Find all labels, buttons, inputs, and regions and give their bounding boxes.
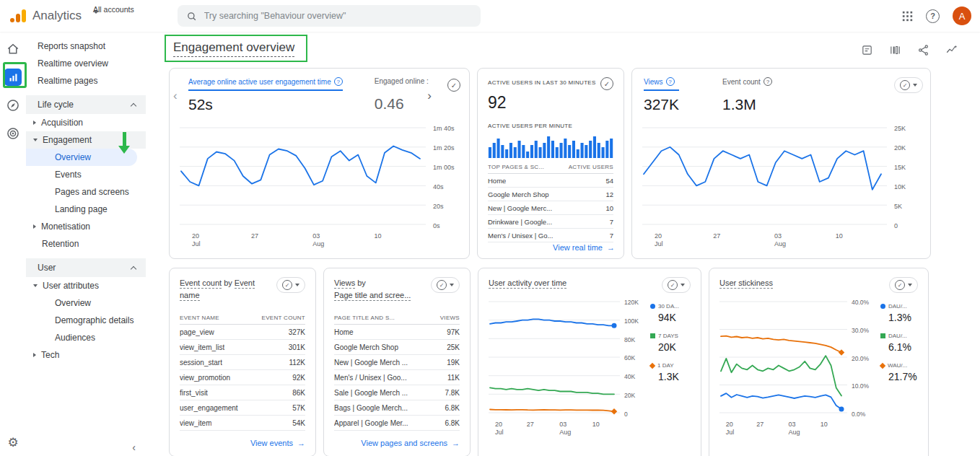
main-content: Engagement overview ‹	[146, 32, 980, 456]
search-bar[interactable]	[178, 5, 481, 27]
sidebar-section-user[interactable]: User	[26, 258, 146, 277]
sidebar-item-realtime-overview[interactable]: Realtime overview	[26, 55, 146, 72]
card-title[interactable]: User stickiness	[719, 279, 773, 289]
check-circle-icon: ✓	[437, 280, 447, 290]
realtime-card: ACTIVE USERS IN LAST 30 MINUTES ✓ 92 ACT…	[477, 68, 624, 259]
sidebar-item-realtime-pages[interactable]: Realtime pages	[26, 72, 146, 89]
sidebar-item-tech[interactable]: Tech	[26, 346, 146, 364]
sidebar-item-landing-page[interactable]: Landing page	[26, 201, 146, 218]
sidebar-item-retention[interactable]: Retention	[26, 235, 146, 253]
metric-picker[interactable]: Views	[334, 279, 355, 289]
sidebar-item-audiences[interactable]: Audiences	[26, 329, 146, 346]
column-header: EVENT NAME	[180, 315, 219, 321]
sidebar-item-pages-and-screens[interactable]: Pages and screens	[26, 183, 146, 201]
carousel-prev-icon[interactable]: ‹	[173, 89, 178, 103]
x-tick: 20 Jul	[192, 232, 201, 249]
nav-label: Reports snapshot	[38, 41, 105, 51]
chevron-up-icon	[131, 266, 136, 271]
row-value: 97K	[447, 328, 460, 336]
nav-label: Realtime overview	[38, 58, 108, 69]
y-axis: 25K 20K 15K 10K 5K 0	[887, 125, 920, 229]
insights-icon[interactable]	[945, 43, 958, 56]
apps-grid-icon[interactable]	[902, 11, 913, 22]
row-value: 11K	[447, 374, 460, 382]
y-tick: 0.0%	[852, 411, 876, 418]
annotation-box-title: Engagement overview	[165, 35, 307, 62]
sidebar-item-engagement[interactable]: Engagement	[26, 131, 146, 149]
help-icon[interactable]: ?	[926, 9, 940, 23]
share-icon[interactable]	[917, 44, 929, 56]
admin-gear-icon[interactable]: ⚙	[7, 435, 18, 450]
legend: DAU/... 1.3% DAU/... 6.1% WAU/... 21.7%	[876, 299, 918, 435]
carousel-next-icon[interactable]: ›	[427, 89, 432, 103]
nav-rail: ⚙	[0, 32, 26, 456]
app-name[interactable]: Analytics	[32, 9, 82, 23]
sidebar-item-events[interactable]: Events	[26, 166, 146, 183]
x-axis: 20 Jul 27 03 Aug 10	[719, 418, 847, 435]
metric-views[interactable]: Views? 327K	[644, 77, 679, 113]
sidebar-item-engagement-overview[interactable]: Overview	[26, 149, 137, 166]
account-selector[interactable]: All accounts	[93, 5, 134, 27]
advertising-icon[interactable]	[4, 125, 22, 142]
sidebar-item-monetisation[interactable]: Monetisation	[26, 218, 146, 235]
card-title: Event count by Event name	[180, 277, 276, 302]
home-icon[interactable]	[4, 40, 22, 58]
sidebar-item-acquisition[interactable]: Acquisition	[26, 114, 146, 131]
data-quality-icon[interactable]: ✓	[600, 77, 613, 90]
table-header: PAGE TITLE AND S... VIEWS	[334, 315, 460, 325]
data-quality-dropdown[interactable]: ✓	[662, 277, 691, 293]
dimension-picker[interactable]: Page title and scree...	[334, 291, 411, 301]
check-circle-icon: ✓	[282, 280, 292, 290]
table-row: view_item54K	[180, 416, 305, 431]
sidebar-item-reports-snapshot[interactable]: Reports snapshot	[26, 38, 146, 55]
chart-zone: 20 Jul 27 03 Aug 10 1m 40s 1m 20s 1m 00s…	[180, 125, 459, 247]
data-quality-dropdown[interactable]: ✓	[276, 277, 305, 293]
table-row: New | Google Merc...10	[488, 201, 613, 215]
table-row: Sale | Google Merch ...7.8K	[334, 385, 460, 400]
nav-label: Audiences	[55, 333, 95, 343]
explore-icon[interactable]	[4, 97, 22, 114]
data-quality-dropdown[interactable]: ✓	[431, 277, 460, 293]
y-tick: 80K	[624, 336, 644, 343]
row-label: view_item_list	[180, 343, 224, 351]
metric-picker[interactable]: Event count	[180, 279, 222, 289]
row-value: 327K	[289, 328, 305, 336]
avatar[interactable]: A	[953, 6, 971, 25]
info-icon[interactable]: ?	[764, 77, 772, 86]
metric-label: Event count	[722, 78, 761, 86]
info-icon[interactable]: ?	[334, 77, 343, 86]
sidebar-item-user-attributes-overview[interactable]: Overview	[26, 294, 146, 312]
section-label: User	[38, 263, 56, 273]
view-pages-and-screens-link[interactable]: View pages and screens→	[361, 434, 460, 447]
table-row: view_item_list301K	[180, 340, 305, 355]
row-label: Google Merch Shop	[334, 343, 398, 351]
sidebar-item-demographic-details[interactable]: Demographic details	[26, 312, 146, 329]
sidebar-collapse-icon[interactable]: ‹	[132, 442, 136, 453]
search-input[interactable]	[204, 11, 472, 21]
row-label: page_view	[180, 328, 214, 336]
reports-icon[interactable]	[4, 69, 22, 86]
metric-event-count[interactable]: Event count? 1.3M	[722, 77, 772, 113]
table-row: Home54	[488, 174, 613, 188]
data-quality-dropdown[interactable]: ✓	[894, 77, 923, 93]
metric-avg-engagement-time[interactable]: Average online active user engagement ti…	[188, 77, 343, 113]
square-marker-icon	[880, 333, 885, 338]
row-value: 7	[610, 218, 613, 226]
view-real-time-link[interactable]: View real time→	[553, 243, 615, 252]
notes-icon[interactable]	[861, 44, 873, 56]
info-icon[interactable]: ?	[666, 77, 675, 86]
view-events-link[interactable]: View events→	[250, 434, 305, 447]
metric-engaged-sessions[interactable]: Engaged online : 0.46	[375, 77, 429, 113]
comparisons-icon[interactable]	[889, 44, 901, 56]
check-circle-icon: ✓	[895, 280, 905, 290]
data-quality-dropdown[interactable]: ✓	[889, 277, 918, 293]
card-title[interactable]: User activity over time	[489, 279, 566, 289]
table-row: user_engagement57K	[180, 400, 305, 416]
row-label: New | Google Merc...	[488, 204, 552, 212]
sidebar-item-user-attributes[interactable]: User attributes	[26, 277, 146, 294]
data-quality-icon[interactable]: ✓	[447, 79, 460, 92]
y-tick: 20s	[433, 203, 459, 210]
caret-down-icon	[908, 284, 912, 286]
y-tick: 1m 00s	[433, 164, 459, 171]
sidebar-section-life-cycle[interactable]: Life cycle	[26, 95, 146, 114]
